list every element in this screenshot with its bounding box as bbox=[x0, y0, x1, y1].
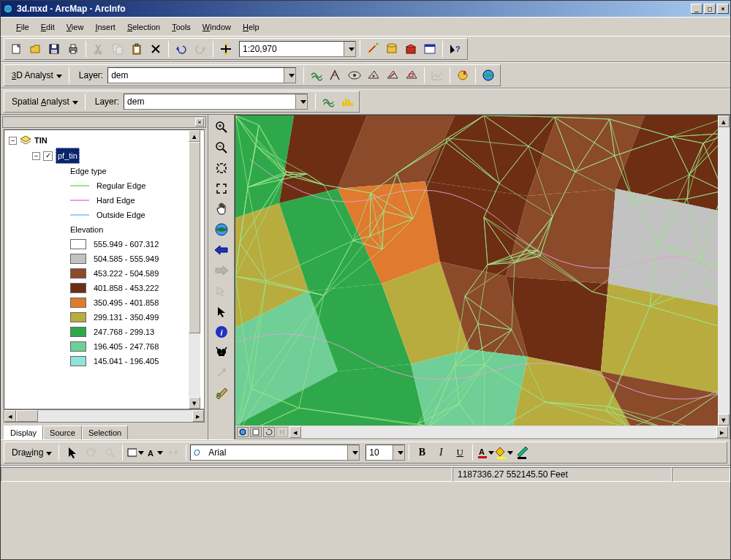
open-button[interactable] bbox=[26, 40, 44, 58]
fixed-zoom-out-icon[interactable] bbox=[212, 179, 231, 198]
tree-root-row[interactable]: − TIN bbox=[4, 133, 204, 148]
scroll-up-button[interactable]: ▴ bbox=[718, 116, 730, 127]
arctoolbox-button[interactable] bbox=[402, 40, 420, 58]
menu-window[interactable]: Window bbox=[197, 20, 236, 34]
full-extent-icon[interactable] bbox=[212, 220, 231, 239]
undo-button[interactable] bbox=[173, 40, 190, 58]
fontsize-combo[interactable]: 10 bbox=[366, 444, 405, 461]
layer-dropdown-sa[interactable] bbox=[295, 94, 307, 109]
steepest-path-icon[interactable] bbox=[327, 67, 344, 84]
scroll-right-button[interactable]: ▸ bbox=[192, 410, 204, 422]
menu-view[interactable]: View bbox=[61, 20, 89, 34]
font-combo[interactable]: O Arial bbox=[190, 444, 360, 461]
map-vertical-scrollbar[interactable]: ▴ ▾ bbox=[718, 116, 730, 425]
new-button[interactable] bbox=[7, 40, 25, 58]
zoom-out-icon[interactable] bbox=[212, 138, 231, 157]
fixed-zoom-in-icon[interactable] bbox=[212, 159, 231, 178]
save-button[interactable] bbox=[45, 40, 63, 58]
go-to-xy-icon[interactable] bbox=[212, 363, 231, 382]
menu-file[interactable]: File bbox=[11, 20, 34, 34]
new-text-tool[interactable]: A bbox=[145, 444, 163, 461]
arcscene-button[interactable] bbox=[454, 67, 471, 84]
prev-extent-icon[interactable] bbox=[212, 241, 231, 260]
pan-icon[interactable] bbox=[212, 200, 231, 219]
layer-combo-3d[interactable]: dem bbox=[107, 67, 296, 83]
menu-tools[interactable]: Tools bbox=[167, 20, 196, 34]
editor-toolbar-button[interactable] bbox=[364, 40, 382, 58]
layer-name[interactable]: pf_tin bbox=[56, 148, 80, 164]
scroll-down-button[interactable]: ▾ bbox=[718, 414, 730, 425]
contour-tool-icon[interactable] bbox=[308, 67, 325, 84]
zoom-in-icon[interactable] bbox=[212, 118, 231, 137]
layer-combo-sa[interactable]: dem bbox=[124, 94, 308, 110]
arcglobe-button[interactable] bbox=[480, 67, 497, 84]
scroll-thumb-h[interactable] bbox=[16, 410, 38, 422]
select-features-icon[interactable] bbox=[212, 281, 231, 300]
toc-horizontal-scrollbar[interactable]: ◂ ▸ bbox=[4, 409, 205, 423]
scroll-left-button[interactable]: ◂ bbox=[4, 410, 16, 422]
delete-button[interactable] bbox=[147, 40, 164, 58]
tree-layer-row[interactable]: − pf_tin bbox=[4, 148, 204, 164]
collapse-icon[interactable]: − bbox=[32, 152, 40, 160]
identify-icon[interactable]: i bbox=[212, 322, 231, 341]
refresh-button[interactable] bbox=[263, 427, 275, 437]
bold-button[interactable]: B bbox=[413, 444, 431, 461]
line-of-sight-icon[interactable] bbox=[346, 67, 363, 84]
histogram-icon[interactable] bbox=[338, 93, 356, 110]
layer-checkbox[interactable] bbox=[43, 151, 53, 161]
menu-selection[interactable]: Selection bbox=[122, 20, 165, 34]
toc-vertical-scrollbar[interactable]: ▴ ▾ bbox=[189, 130, 200, 409]
print-button[interactable] bbox=[64, 40, 82, 58]
maximize-button[interactable]: □ bbox=[704, 4, 716, 14]
add-data-button[interactable] bbox=[217, 40, 235, 58]
menu-insert[interactable]: Insert bbox=[90, 20, 121, 34]
measure-icon[interactable] bbox=[212, 384, 231, 403]
interp-line-icon[interactable] bbox=[384, 67, 401, 84]
collapse-icon[interactable]: − bbox=[9, 137, 17, 145]
next-extent-icon[interactable] bbox=[212, 261, 231, 280]
drawing-menu[interactable]: Drawing bbox=[7, 447, 55, 458]
rotate-icon[interactable] bbox=[82, 444, 99, 461]
italic-button[interactable]: I bbox=[432, 444, 450, 461]
edit-vertices-icon[interactable] bbox=[164, 444, 182, 461]
sa-contour-icon[interactable] bbox=[319, 93, 337, 110]
tab-selection[interactable]: Selection bbox=[82, 425, 128, 439]
paste-button[interactable] bbox=[128, 40, 145, 58]
fontsize-dropdown-button[interactable] bbox=[393, 445, 404, 460]
layer-dropdown-3d[interactable] bbox=[284, 68, 295, 83]
tab-source[interactable]: Source bbox=[43, 425, 82, 439]
interp-poly-icon[interactable] bbox=[403, 67, 420, 84]
scale-combo[interactable]: 1:20,970 bbox=[239, 41, 356, 57]
copy-button[interactable] bbox=[109, 40, 126, 58]
select-elements-icon[interactable] bbox=[212, 302, 231, 321]
command-line-button[interactable] bbox=[421, 40, 439, 58]
menu-help[interactable]: Help bbox=[238, 20, 265, 34]
toc-tree[interactable]: − TIN − pf_tin Edge type Regular Edge Ha… bbox=[4, 129, 205, 409]
redo-button[interactable] bbox=[192, 40, 209, 58]
map-horizontal-scrollbar[interactable]: ◂ ▸ bbox=[289, 426, 728, 438]
select-elements-icon[interactable] bbox=[63, 444, 80, 461]
spatial-analyst-menu[interactable]: Spatial Analyst bbox=[7, 97, 81, 107]
close-button[interactable]: × bbox=[717, 4, 729, 14]
scale-dropdown-button[interactable] bbox=[344, 42, 355, 56]
3d-analyst-menu[interactable]: 3D Analyst bbox=[7, 70, 65, 80]
scroll-up-button[interactable]: ▴ bbox=[189, 130, 200, 142]
layout-view-button[interactable] bbox=[250, 427, 262, 437]
cut-button[interactable] bbox=[90, 40, 107, 58]
tab-display[interactable]: Display bbox=[4, 425, 43, 439]
menu-edit[interactable]: Edit bbox=[36, 20, 60, 34]
zoom-drawing-icon[interactable] bbox=[101, 444, 118, 461]
fill-color-button[interactable] bbox=[496, 444, 513, 461]
arccatalog-button[interactable] bbox=[383, 40, 401, 58]
scroll-thumb[interactable] bbox=[189, 142, 200, 333]
font-dropdown-button[interactable] bbox=[347, 445, 359, 460]
toc-close-button[interactable]: × bbox=[195, 118, 204, 126]
pause-button[interactable] bbox=[276, 427, 288, 437]
underline-button[interactable]: U bbox=[451, 444, 469, 461]
new-rectangle-tool[interactable] bbox=[126, 444, 144, 461]
minimize-button[interactable]: _ bbox=[691, 4, 702, 14]
line-color-button[interactable] bbox=[515, 444, 532, 461]
profile-graph-icon[interactable] bbox=[428, 67, 446, 84]
scroll-down-button[interactable]: ▾ bbox=[189, 397, 200, 409]
help-button[interactable]: ? bbox=[447, 40, 464, 58]
